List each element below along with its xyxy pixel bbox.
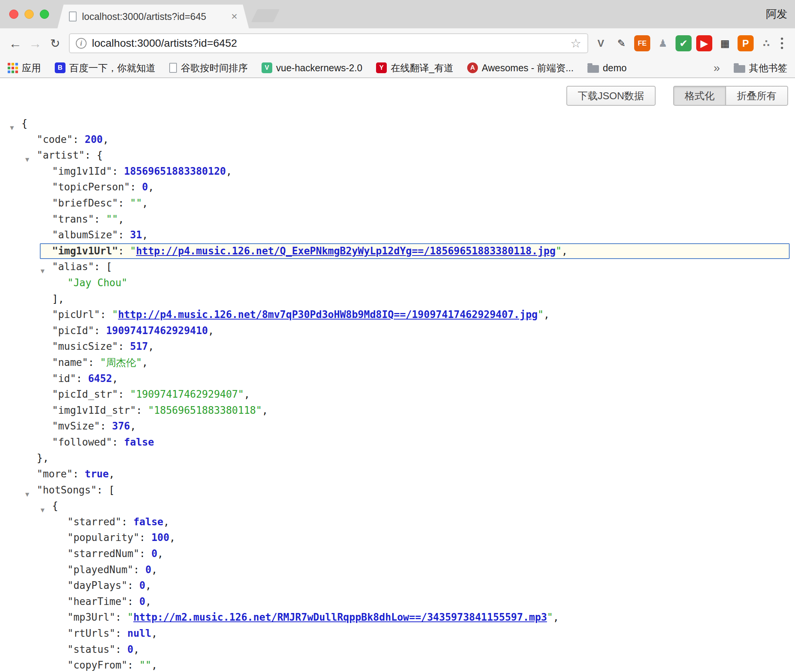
json-punct: , — [112, 373, 118, 384]
json-line: ], — [0, 291, 795, 307]
apps-label: 应用 — [22, 62, 41, 74]
json-punct: , — [244, 388, 250, 400]
vimium-icon[interactable]: V — [593, 35, 609, 51]
json-url-link[interactable]: http://p4.music.126.net/8mv7qP30Pd3oHW8b… — [118, 309, 538, 320]
json-punct: : — [88, 357, 100, 368]
json-line: "id": 6452, — [0, 371, 795, 387]
json-punct: , — [142, 229, 148, 241]
shield-icon[interactable]: ✔ — [676, 35, 692, 51]
json-punct: , — [118, 213, 124, 225]
bookmark-demo[interactable]: demo — [587, 62, 627, 74]
json-punct: : — [118, 245, 130, 257]
json-key: "playedNum" — [67, 564, 133, 575]
format-button[interactable]: 格式化 — [673, 86, 726, 106]
json-punct: : — [128, 659, 139, 671]
other-bookmarks[interactable]: 其他书签 — [734, 62, 787, 74]
json-line: "img1v1Id": 18569651883380120, — [0, 164, 795, 180]
json-line: "starredNum": 0, — [0, 546, 795, 562]
person-icon[interactable]: ♟ — [655, 35, 671, 51]
back-button[interactable]: ← — [5, 33, 25, 53]
json-punct: : — [128, 580, 139, 591]
json-punct: , — [148, 341, 154, 352]
json-string: "" — [139, 659, 151, 671]
json-punct: , — [146, 580, 152, 591]
youtube-icon[interactable]: ▶ — [696, 35, 712, 51]
translate-pen-icon[interactable]: ✎ — [613, 35, 630, 51]
json-punct: : — [94, 325, 106, 336]
bookmark-star-icon[interactable]: ☆ — [570, 36, 581, 51]
apps-shortcut[interactable]: 应用 — [8, 62, 41, 74]
json-punct: : — [73, 134, 85, 145]
json-line: "status": 0, — [0, 642, 795, 658]
json-string: "" — [106, 213, 118, 225]
json-key: "hotSongs" — [37, 484, 97, 496]
paw-icon[interactable]: ∴ — [758, 35, 774, 51]
json-url-link[interactable]: http://p4.music.126.net/Q_ExePNkmgB2yWyL… — [136, 245, 556, 257]
collapse-all-button[interactable]: 折叠所有 — [725, 86, 788, 106]
json-punct: , — [169, 532, 175, 543]
browser-tab[interactable]: localhost:3000/artists?id=645 × — [57, 5, 249, 28]
forward-button[interactable]: → — [25, 33, 45, 53]
json-punct: , — [151, 628, 157, 639]
bookmark-awesomes[interactable]: AAwesomes - 前端资... — [467, 62, 574, 74]
zoom-window-button[interactable] — [40, 10, 49, 19]
json-key: "topicPerson" — [52, 181, 130, 193]
json-punct: , — [163, 516, 169, 528]
json-punct: , — [142, 197, 148, 209]
json-punct: : — [112, 166, 124, 177]
json-punct: , — [151, 564, 157, 575]
json-key: "copyFrom" — [67, 659, 128, 671]
json-punct: , — [544, 309, 550, 320]
json-number: 19097417462929410 — [106, 325, 208, 336]
json-punct: : — [118, 229, 130, 241]
json-string: "Jay Chou" — [67, 277, 128, 288]
url-text[interactable]: localhost:3000/artists?id=6452 — [92, 37, 565, 49]
navigation-bar: ← → ↻ i localhost:3000/artists?id=6452 ☆… — [0, 28, 795, 58]
bookmark-google-sort[interactable]: 谷歌按时间排序 — [169, 62, 248, 74]
json-punct: { — [21, 118, 28, 129]
json-line: "picUrl": "http://p4.music.126.net/8mv7q… — [0, 307, 795, 323]
json-line: "popularity": 100, — [0, 530, 795, 546]
page-info-icon[interactable]: i — [76, 38, 87, 49]
reload-button[interactable]: ↻ — [45, 33, 65, 53]
view-mode-segment: 格式化 折叠所有 — [673, 86, 788, 106]
json-line: ▼"hotSongs": [ — [0, 482, 795, 498]
json-key: "starred" — [67, 516, 121, 528]
window-controls — [9, 10, 49, 19]
player-icon[interactable]: P — [738, 35, 754, 51]
minimize-window-button[interactable] — [25, 10, 34, 19]
json-key: "img1v1Id_str" — [52, 405, 136, 416]
json-punct: : — [139, 532, 151, 543]
json-punct: : — [115, 644, 127, 655]
address-bar[interactable]: i localhost:3000/artists?id=6452 ☆ — [69, 33, 588, 53]
qrcode-icon[interactable]: ▦ — [717, 35, 733, 51]
json-key: "picId" — [52, 325, 94, 336]
json-punct: , — [142, 357, 148, 368]
json-url-link[interactable]: http://m2.music.126.net/RMJR7wDullRqppBk… — [133, 611, 547, 623]
json-line: "img1v1Id_str": "18569651883380118", — [0, 403, 795, 419]
json-punct: ], — [52, 293, 64, 305]
json-line: ▼{ — [0, 116, 795, 132]
bookmarks-overflow-chevron[interactable]: » — [713, 61, 720, 74]
json-key: "alias" — [52, 261, 94, 272]
json-line: "img1v1Url": "http://p4.music.126.net/Q_… — [0, 243, 795, 259]
json-number: 0 — [142, 181, 148, 193]
json-string: "周杰伦" — [100, 357, 142, 368]
bookmark-youdao[interactable]: Y在线翻译_有道 — [376, 62, 453, 74]
tab-strip: localhost:3000/artists?id=645 × 阿发 — [0, 0, 795, 28]
json-number: 517 — [130, 341, 148, 352]
json-punct: : — [121, 516, 133, 528]
bookmark-baidu[interactable]: B百度一下，你就知道 — [55, 62, 155, 74]
browser-menu-button[interactable] — [774, 35, 790, 51]
json-punct: , — [262, 405, 268, 416]
fehelper-icon[interactable]: FE — [634, 35, 650, 51]
json-key: "img1v1Url" — [52, 245, 118, 257]
tab-close-icon[interactable]: × — [231, 11, 237, 22]
close-window-button[interactable] — [9, 10, 18, 19]
json-literal: true — [85, 468, 109, 480]
bookmark-vue-hackernews[interactable]: Vvue-hackernews-2.0 — [262, 62, 362, 74]
json-key: "popularity" — [67, 532, 139, 543]
json-punct: { — [52, 500, 58, 511]
download-json-button[interactable]: 下载JSON数据 — [566, 86, 656, 106]
new-tab-button[interactable] — [251, 9, 280, 22]
